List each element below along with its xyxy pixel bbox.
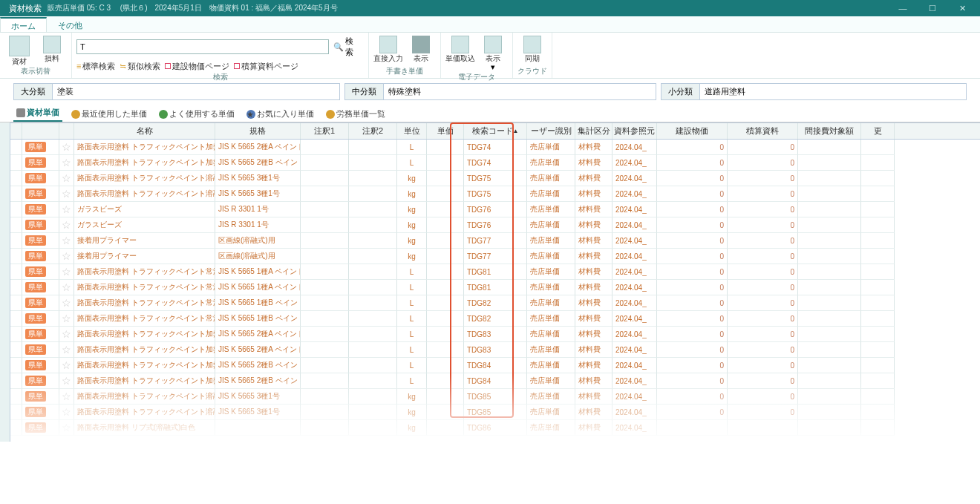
- subtab-favorite[interactable]: ★お気に入り単価: [244, 106, 317, 122]
- table-row[interactable]: 県単☆路面表示用塗料 トラフィックペイント加熱型 黄色JIS K 5665 2種…: [10, 327, 980, 342]
- col-header[interactable]: 積算資料: [728, 123, 798, 139]
- col-header[interactable]: [59, 123, 74, 139]
- search-button[interactable]: 🔍検索: [330, 36, 364, 58]
- app-subtitle: 販売店単価 05: C 3 (県北６) 2024年5月1日 物価資料 01 : …: [48, 3, 888, 13]
- material-button[interactable]: 資材: [4, 36, 34, 65]
- table-row[interactable]: 県単☆接着用プライマー区画線(溶融式)用kgTDG77売店単価材料費2024.0…: [10, 249, 980, 264]
- check-icon: [159, 110, 168, 119]
- col-header[interactable]: ーザー識別: [527, 123, 575, 139]
- subtab-material-price[interactable]: 資材単価: [13, 105, 62, 122]
- search-input[interactable]: [76, 39, 329, 54]
- col-header[interactable]: 集計区分: [575, 123, 612, 139]
- ribbon-tabs: ホーム その他: [0, 16, 980, 33]
- col-header[interactable]: 名称: [74, 123, 215, 139]
- table-row[interactable]: 県単☆ガラスビーズJIS R 3301 1号kgTDG76売店単価材料費2024…: [10, 202, 980, 217]
- close-icon[interactable]: ✕: [947, 0, 977, 16]
- tab-other[interactable]: その他: [47, 17, 94, 32]
- app-title: 資材検索: [3, 3, 48, 14]
- table-row[interactable]: 県単☆ガラスビーズJIS R 3301 1号kgTDG76売店単価材料費2024…: [10, 217, 980, 233]
- sync-button[interactable]: 同期: [517, 36, 547, 62]
- standard-search-link[interactable]: ≡標準検索: [76, 61, 115, 72]
- import-price-button[interactable]: 単価取込: [445, 36, 475, 62]
- col-header[interactable]: 単価: [427, 123, 464, 139]
- col-header[interactable]: 間接費対象額: [798, 123, 861, 139]
- table-row[interactable]: 県単☆路面表示用塗料 トラフィックペイント加熱型 白色JIS K 5665 2種…: [10, 140, 980, 155]
- construction-page-link[interactable]: 建設物価ページ: [165, 61, 229, 72]
- table-row[interactable]: 県単☆路面表示用塗料 トラフィックペイント常温型 黄色JIS K 5665 1種…: [10, 295, 980, 311]
- mid-cat-value[interactable]: 特殊塗料: [384, 84, 656, 99]
- subtabs: 資材単価 最近使用した単価 よく使用する単価 ★お気に入り単価 労務単価一覧: [0, 105, 980, 122]
- subtab-recent[interactable]: 最近使用した単価: [68, 106, 150, 122]
- loss-button[interactable]: 損料: [37, 36, 67, 62]
- table-row[interactable]: 県単☆路面表示用塗料 トラフィックペイント溶融型 白色JIS K 5665 3種…: [10, 171, 980, 186]
- star-icon: ★: [246, 110, 255, 119]
- ribbon: 資材 損料 表示切替 🔍検索 ≡標準検索 ≒類似検索 建設物価ページ 積算資料ペ…: [0, 33, 980, 79]
- table-row[interactable]: 県単☆路面表示用塗料 トラフィックペイント加熱型 黄色JIS K 5665 2種…: [10, 342, 980, 358]
- table-row[interactable]: 県単☆路面表示用塗料 トラフィックペイント常温型 黄色JIS K 5665 1種…: [10, 280, 980, 295]
- price-icon: [16, 108, 25, 117]
- estimate-page-link[interactable]: 積算資料ページ: [234, 61, 298, 72]
- col-header[interactable]: 規格: [215, 123, 301, 139]
- table-row[interactable]: 県単☆路面表示用塗料 トラフィックペイント常温型 黄色JIS K 5665 1種…: [10, 264, 980, 280]
- col-header[interactable]: 検索コード ▲: [464, 123, 527, 139]
- minimize-icon[interactable]: ―: [888, 0, 918, 16]
- display-button-1[interactable]: 表示: [406, 36, 436, 62]
- subtab-frequent[interactable]: よく使用する単価: [156, 106, 238, 122]
- col-header[interactable]: 更: [861, 123, 895, 139]
- direct-input-button[interactable]: 直接入力: [373, 36, 403, 62]
- data-grid: 名称規格注釈1注釈2単位単価検索コード ▲ーザー識別集計区分資料参照元建設物価積…: [0, 122, 980, 442]
- table-row[interactable]: 県単☆路面表示用塗料 トラフィックペイント加熱型 白色JIS K 5665 2種…: [10, 155, 980, 171]
- grid-header: 名称規格注釈1注釈2単位単価検索コード ▲ーザー識別集計区分資料参照元建設物価積…: [10, 122, 980, 140]
- table-row[interactable]: 県単☆接着用プライマー区画線(溶融式)用kgTDG77売店単価材料費2024.0…: [10, 233, 980, 249]
- major-cat-label: 大分類: [14, 84, 53, 99]
- col-header[interactable]: 資料参照元: [612, 123, 657, 139]
- major-cat-value[interactable]: 塗装: [53, 84, 339, 99]
- subtab-labor[interactable]: 労務単価一覧: [323, 106, 388, 122]
- clock-icon: [71, 110, 80, 119]
- search-icon: 🔍: [333, 42, 344, 52]
- col-header[interactable]: 単位: [397, 123, 427, 139]
- table-row[interactable]: 県単☆路面表示用塗料 トラフィックペイント加熱型 黄色JIS K 5665 2種…: [10, 358, 980, 373]
- titlebar: 資材検索 販売店単価 05: C 3 (県北６) 2024年5月1日 物価資料 …: [0, 0, 980, 16]
- col-header[interactable]: [10, 123, 22, 139]
- col-header[interactable]: 注釈2: [349, 123, 397, 139]
- col-header[interactable]: [22, 123, 59, 139]
- mid-cat-label: 中分類: [345, 84, 384, 99]
- minor-cat-value[interactable]: 道路用塗料: [700, 84, 966, 99]
- maximize-icon[interactable]: ☐: [918, 0, 947, 16]
- table-row[interactable]: 県単☆路面表示用塗料 トラフィックペイント加熱型 黄色JIS K 5665 2種…: [10, 373, 980, 389]
- table-row[interactable]: 県単☆路面表示用塗料 トラフィックペイント溶融型 黄色JIS K 5665 3種…: [10, 389, 980, 405]
- category-filters: 大分類塗装 中分類特殊塗料 小分類道路用塗料: [0, 79, 980, 105]
- table-row[interactable]: 県単☆路面表示用塗料 トラフィックペイント常温型 黄色JIS K 5665 1種…: [10, 311, 980, 327]
- row-selector-strip[interactable]: [0, 122, 10, 442]
- table-row[interactable]: 県単☆路面表示用塗料 リブ式(溶融式)白色kgTDG86売店単価材料費2024.…: [10, 420, 980, 436]
- similar-search-link[interactable]: ≒類似検索: [120, 61, 160, 72]
- minor-cat-label: 小分類: [662, 84, 700, 99]
- table-row[interactable]: 県単☆路面表示用塗料 トラフィックペイント溶融型 白色JIS K 5665 3種…: [10, 186, 980, 202]
- tab-home[interactable]: ホーム: [0, 17, 47, 32]
- table-row[interactable]: 県単☆路面表示用塗料 トラフィックペイント溶融型 黄色JIS K 5665 3種…: [10, 405, 980, 420]
- col-header[interactable]: 建設物価: [657, 123, 728, 139]
- display-button-2[interactable]: 表示▾: [478, 36, 508, 72]
- col-header[interactable]: 注釈1: [301, 123, 349, 139]
- person-icon: [326, 110, 335, 119]
